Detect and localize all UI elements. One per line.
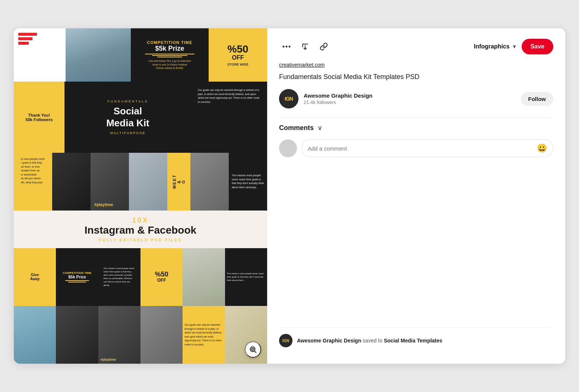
author-avatar[interactable]: IGN	[279, 89, 298, 108]
svg-point-4	[286, 46, 288, 48]
more-button[interactable]	[279, 39, 294, 54]
bottom-cell-woman3	[225, 306, 267, 364]
pin-detail-panel: Infographics ▼ Save creativemarket.com F…	[267, 28, 565, 364]
share-button[interactable]	[298, 39, 313, 54]
divider	[279, 117, 553, 118]
pin-source-url[interactable]: creativemarket.com	[279, 62, 553, 68]
cell-quote: Our goals can only be reached through a …	[191, 82, 267, 153]
bottom-cell-quote2: The mission most people never reach thei…	[98, 248, 140, 306]
cell-goals-text: is most people neverr goals is that they…	[14, 153, 52, 211]
saved-by-text: Awesome Graphic Design saved to Social M…	[297, 338, 442, 344]
bottom-cell-giveaway: Give Away	[14, 248, 56, 306]
board-name: Infographics	[474, 43, 510, 50]
emoji-button[interactable]: 😀	[537, 144, 547, 152]
comments-title: Comments	[279, 124, 314, 132]
cell-social-kit: FUNDAMENTALS SocialMedia Kit MULTIPURPOS…	[64, 82, 191, 153]
follow-button[interactable]: Follow	[521, 92, 554, 106]
author-row: IGN Awesome Graphic Design 21.4k followe…	[279, 89, 553, 108]
save-button[interactable]: Save	[522, 39, 553, 54]
bottom-cell-stripes	[56, 306, 98, 364]
svg-point-5	[289, 46, 291, 48]
mid-text-section: 10X Instagram & Facebook FULLY EDITABLE …	[14, 211, 267, 248]
link-button[interactable]	[316, 39, 331, 54]
commenter-avatar	[279, 139, 297, 157]
comment-input-row: 😀	[279, 139, 553, 157]
author-followers: 21.4k followers	[304, 99, 516, 105]
cell-circles: The mission most people never reach thei…	[229, 153, 267, 211]
pin-title: Fundamentals Social Media Kit Templates …	[279, 72, 553, 82]
comments-chevron-icon: ∨	[317, 124, 322, 132]
comment-input-wrapper: 😀	[301, 139, 553, 157]
bottom-cell-woman	[183, 248, 225, 306]
svg-point-1	[251, 348, 254, 350]
cell-competition: Competition Time $5k Prize Like and foll…	[131, 28, 209, 82]
cell-thankyou: Thank You! 50k Followers	[14, 82, 64, 153]
bottom-cell-person2	[140, 306, 183, 364]
cell-logo	[14, 28, 66, 82]
cell-person	[190, 153, 229, 211]
comments-section: Comments ∨ 😀	[279, 124, 553, 225]
author-avatar-initials: IGN	[285, 96, 293, 102]
author-info: Awesome Graphic Design 21.4k followers	[304, 92, 516, 105]
pin-image-panel: Competition Time $5k Prize Like and foll…	[14, 28, 267, 364]
pin-collage: Competition Time $5k Prize Like and foll…	[14, 28, 267, 364]
board-chevron-icon: ▼	[512, 44, 517, 50]
cell-playtime: #playtime	[91, 153, 129, 211]
bottom-cell-dark2: The mission most people never reach thei…	[225, 248, 267, 306]
saved-by-name: Awesome Graphic Design	[297, 338, 361, 344]
author-name[interactable]: Awesome Graphic Design	[304, 92, 516, 99]
comments-header[interactable]: Comments ∨	[279, 124, 553, 132]
saved-by-board: Social Media Templates	[384, 338, 442, 344]
cell-interior	[129, 153, 167, 211]
spacer	[279, 226, 553, 328]
bottom-cell-competition: Competition Time $5k Prize	[56, 248, 98, 306]
board-selector[interactable]: Infographics ▼	[474, 43, 517, 50]
cell-woman-pool	[66, 28, 130, 82]
saved-by-avatar[interactable]: IGN	[279, 334, 292, 347]
bottom-cell-50off: %50 OFF	[140, 248, 183, 306]
bottom-cell-pool	[14, 306, 56, 364]
saved-by-action: saved to	[363, 338, 384, 344]
toolbar: Infographics ▼ Save	[279, 39, 553, 54]
comment-input[interactable]	[308, 145, 534, 152]
search-lens-button[interactable]	[245, 341, 261, 358]
bottom-cell-playtime2: #playtime	[98, 306, 140, 364]
cell-meet: MEET&G	[167, 153, 190, 211]
cell-50off: %50 OFF STORE WIDE	[209, 28, 267, 82]
cell-dark-photo	[52, 153, 91, 211]
saved-avatar-initials: IGN	[282, 339, 289, 343]
saved-by-row: IGN Awesome Graphic Design saved to Soci…	[279, 328, 553, 353]
toolbar-actions	[279, 39, 469, 54]
svg-point-3	[283, 46, 285, 48]
main-container: Competition Time $5k Prize Like and foll…	[14, 28, 565, 364]
svg-line-2	[254, 351, 256, 353]
bottom-cell-goals2: Our goals can only be reached through a …	[183, 306, 225, 364]
